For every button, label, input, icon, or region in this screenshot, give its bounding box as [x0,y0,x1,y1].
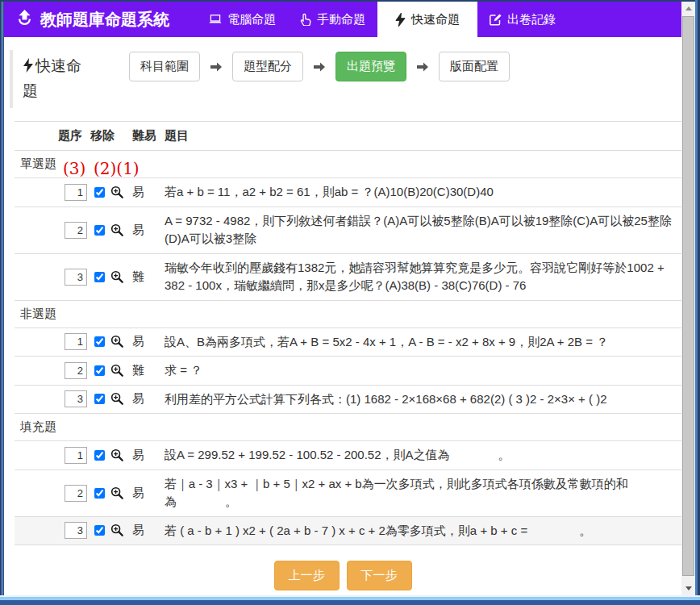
question-text: 利用差的平方公式計算下列各式：(1) 1682 - 2×168×68 + 682… [165,390,681,409]
question-text: 求 = ？ [165,361,681,380]
zoom-in-icon[interactable] [110,270,124,284]
window-border-right [695,0,700,605]
header-order: 題序 [58,128,89,144]
question-row: 易若｜a - 3｜x3 + ｜b + 5｜x2 + ax + b為一次多項式，則… [15,470,681,517]
question-row: 易A = 9732 - 4982，則下列敘述何者錯誤？(A)A可以被5整除(B)… [15,207,681,254]
remove-checkbox[interactable] [94,336,105,347]
remove-checkbox[interactable] [94,450,105,461]
annotation-3: (3) [63,159,85,178]
computer-icon [209,14,222,25]
step-question-preview[interactable]: 出題預覽 [335,52,406,81]
table-header-row: 題序 移除 難易 題目 [15,122,681,151]
step-subject-range[interactable]: 科目範圍 [129,52,200,81]
question-row: 易設A、B為兩多項式，若A + B = 5x2 - 4x + 1，A - B =… [15,328,681,357]
nav-item-quick[interactable]: 快速命題 [377,2,477,37]
question-text: A = 9732 - 4982，則下列敘述何者錯誤？(A)A可以被5整除(B)A… [165,212,681,248]
zoom-in-icon[interactable] [110,524,124,537]
question-order-input[interactable] [65,447,87,464]
zoom-in-icon[interactable] [110,335,124,348]
nav-item-label: 快速命題 [411,12,460,27]
zoom-in-icon[interactable] [110,449,124,462]
question-text: 瑞敏今年收到的壓歲錢有1382元，她請容羽幫她算算究竟是多少元。容羽說它剛好等於… [165,259,681,295]
arrow-right-icon [415,60,430,74]
annotation-2-1: (2)(1) [94,159,140,178]
difficulty-label: 易 [131,391,165,407]
nav-item-records[interactable]: 出卷記錄 [477,2,568,37]
difficulty-label: 易 [131,223,165,238]
remove-checkbox[interactable] [94,272,105,282]
brand[interactable]: 教師題庫命題系統 [4,2,182,37]
question-order-input[interactable] [65,485,87,502]
difficulty-label: 易 [131,185,165,200]
next-step-button[interactable]: 下一步 [347,561,412,590]
question-order-input[interactable] [65,222,87,239]
previous-step-button[interactable]: 上一步 [274,561,340,590]
arrow-right-icon [312,60,327,74]
question-text: 若a + b = 11，a2 + b2 = 61，則ab = ？(A)10(B)… [165,183,681,202]
nav-item-label: 出卷記錄 [507,12,556,27]
difficulty-label: 易 [131,448,165,463]
remove-checkbox[interactable] [94,225,105,236]
edit-icon [490,14,502,26]
question-text: 設A、B為兩多項式，若A + B = 5x2 - 4x + 1，A - B = … [165,333,681,352]
question-order-input[interactable] [65,522,87,539]
window-border-top [0,0,700,2]
nav-item-computer[interactable]: 電腦命題 [197,2,288,37]
question-order-input[interactable] [65,362,87,379]
question-text: 若｜a - 3｜x3 + ｜b + 5｜x2 + ax + b為一次多項式，則此… [165,475,681,511]
section-label: 填充題 [15,414,681,441]
header-difficulty: 難易 [131,128,165,144]
remove-checkbox[interactable] [94,394,105,404]
nav-items: 電腦命題 手動命題 快速命題 [197,2,568,37]
vertical-scrollbar[interactable] [681,2,695,595]
header-remove: 移除 [89,128,131,144]
triangle-down-icon [685,586,692,590]
question-row: 難瑞敏今年收到的壓歲錢有1382元，她請容羽幫她算算究竟是多少元。容羽說它剛好等… [15,254,681,301]
arrow-up-circle-icon [16,9,33,30]
difficulty-label: 易 [131,334,165,349]
question-order-input[interactable] [65,390,87,407]
zoom-in-icon[interactable] [110,186,124,199]
question-order-input[interactable] [65,333,87,350]
scrollbar-thumb[interactable] [682,16,694,576]
zoom-in-icon[interactable] [110,223,124,237]
lightning-icon [23,58,34,73]
remove-checkbox[interactable] [94,187,105,198]
question-text: 設A = 299.52 + 199.52 - 100.52 - 200.52，則… [165,446,681,465]
footer-buttons: 上一步 下一步 [4,561,681,590]
nav-item-manual[interactable]: 手動命題 [288,2,377,37]
question-row: 易若a + b = 11，a2 + b2 = 61，則ab = ？(A)10(B… [15,178,681,207]
wizard-left-bar [10,50,13,108]
question-order-input[interactable] [65,269,87,286]
nav-item-label: 手動命題 [317,12,365,27]
zoom-in-icon[interactable] [110,486,124,500]
question-order-input[interactable] [65,184,87,201]
nav-item-label: 電腦命題 [227,12,276,27]
scroll-down-button[interactable] [681,582,695,595]
wizard-header: 快速命題 科目範圍 題型配分 出題預覽 版面配置 [4,47,681,110]
lightning-icon [395,13,406,27]
question-table-body: 單選題易若a + b = 11，a2 + b2 = 61，則ab = ？(A)1… [15,151,681,545]
top-navbar: 教師題庫命題系統 電腦命題 手動命題 [4,2,681,37]
difficulty-label: 難 [131,363,165,378]
question-row: 難求 = ？ [15,357,681,386]
difficulty-label: 易 [131,486,165,501]
question-text: 若 ( a - b + 1 ) x2 + ( 2a + b - 7 ) x + … [165,522,681,540]
step-question-allocation[interactable]: 題型配分 [232,52,303,81]
remove-checkbox[interactable] [94,488,105,499]
zoom-in-icon[interactable] [110,392,124,406]
scroll-up-button[interactable] [681,2,695,15]
section-label: 非選題 [15,301,681,328]
question-row: 易利用差的平方公式計算下列各式：(1) 1682 - 2×168×68 + 68… [15,386,681,415]
remove-checkbox[interactable] [94,525,105,536]
step-layout-config[interactable]: 版面配置 [439,52,510,81]
window-border-bottom [0,595,700,605]
page: 教師題庫命題系統 電腦命題 手動命題 [4,2,681,595]
zoom-in-icon[interactable] [110,364,124,378]
wizard-title: 快速命題 [23,53,94,104]
window-border-left [0,0,4,605]
remove-checkbox[interactable] [94,365,105,376]
triangle-up-icon [685,6,692,10]
difficulty-label: 易 [131,523,165,538]
brand-title: 教師題庫命題系統 [40,9,169,31]
